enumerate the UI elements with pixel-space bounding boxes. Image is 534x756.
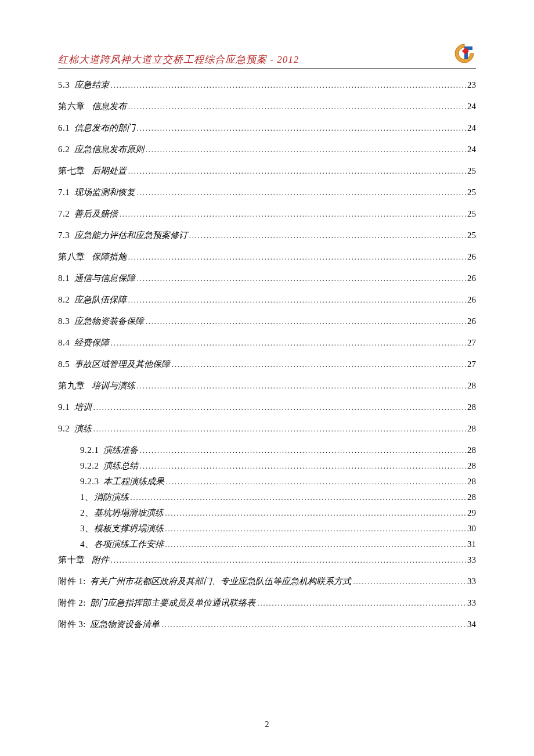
toc-title: 经费保障 <box>74 338 109 347</box>
toc-number: 3、 <box>80 524 94 533</box>
toc-entry: 第八章 保障措施26 <box>58 251 476 262</box>
toc-title: 后期处置 <box>92 166 127 175</box>
toc-title: 应急能力评估和应急预案修订 <box>74 231 187 240</box>
toc-leader <box>351 577 467 586</box>
toc-page: 24 <box>467 123 476 133</box>
toc-number: 第六章 <box>58 102 85 111</box>
toc-label: 4、各项演练工作安排 <box>80 539 164 550</box>
toc-label: 8.3 应急物资装备保障 <box>58 316 144 327</box>
toc-page: 28 <box>467 445 476 455</box>
toc-number: 6.2 <box>58 145 70 154</box>
toc-label: 8.2 应急队伍保障 <box>58 294 127 305</box>
toc-leader <box>164 524 468 534</box>
toc-page: 28 <box>467 477 476 487</box>
toc-number: 9.1 <box>58 402 70 412</box>
toc-entry: 5.3 应急结束23 <box>58 80 476 91</box>
toc-number: 8.4 <box>58 338 70 347</box>
toc-leader <box>255 598 467 608</box>
toc-leader <box>144 145 467 154</box>
toc-page: 30 <box>467 524 476 534</box>
table-of-contents: 5.3 应急结束23第六章 信息发布246.1 信息发布的部门246.2 应急信… <box>58 80 476 630</box>
toc-title: 本工程演练成果 <box>103 477 164 486</box>
company-logo-icon <box>453 42 476 65</box>
toc-leader <box>129 492 468 502</box>
toc-number: 7.1 <box>58 188 70 197</box>
toc-entry: 8.2 应急队伍保障26 <box>58 294 476 305</box>
toc-leader <box>135 188 467 197</box>
toc-number: 附件 2: <box>58 598 86 607</box>
toc-leader <box>109 338 467 348</box>
toc-leader <box>160 620 467 629</box>
toc-entry: 9.1 培训28 <box>58 402 476 413</box>
toc-page: 25 <box>467 209 476 219</box>
toc-label: 附件 1: 有关广州市花都区政府及其部门、专业应急队伍等应急机构联系方式 <box>58 576 351 587</box>
toc-label: 9.2.3 本工程演练成果 <box>80 476 164 487</box>
toc-label: 9.2.2 演练总结 <box>80 460 138 471</box>
toc-page: 28 <box>467 381 476 391</box>
toc-number: 8.3 <box>58 316 70 326</box>
toc-title: 现场监测和恢复 <box>74 188 135 197</box>
toc-leader <box>127 295 467 305</box>
toc-leader <box>170 359 467 369</box>
toc-label: 8.1 通信与信息保障 <box>58 273 135 284</box>
toc-title: 演练 <box>74 424 92 433</box>
toc-page: 25 <box>467 166 476 176</box>
toc-entry: 7.1 现场监测和恢复25 <box>58 187 476 198</box>
toc-leader <box>109 555 467 565</box>
toc-leader <box>127 166 467 176</box>
toc-title: 基坑坍塌滑坡演练 <box>94 508 164 517</box>
toc-page: 33 <box>467 577 476 586</box>
toc-label: 7.2 善后及赔偿 <box>58 208 118 219</box>
toc-label: 第六章 信息发布 <box>58 101 127 112</box>
toc-page: 27 <box>467 359 476 369</box>
toc-page: 26 <box>467 316 476 326</box>
toc-entry: 6.1 信息发布的部门24 <box>58 123 476 134</box>
toc-page: 27 <box>467 338 476 348</box>
toc-number: 7.2 <box>58 209 70 218</box>
toc-label: 第八章 保障措施 <box>58 251 127 262</box>
toc-entry: 9.2.3 本工程演练成果28 <box>80 476 476 487</box>
toc-title: 保障措施 <box>92 252 127 261</box>
toc-page: 26 <box>467 252 476 262</box>
toc-page: 28 <box>467 402 476 412</box>
toc-number: 9.2 <box>58 424 70 433</box>
toc-entry: 7.3 应急能力评估和应急预案修订25 <box>58 230 476 241</box>
toc-label: 2、基坑坍塌滑坡演练 <box>80 507 164 519</box>
toc-title: 附件 <box>92 555 109 564</box>
toc-number: 2、 <box>80 508 94 517</box>
toc-number: 6.1 <box>58 123 70 132</box>
toc-leader <box>135 273 467 283</box>
toc-leader <box>135 381 467 391</box>
toc-title: 模板支撑坍塌演练 <box>94 524 164 533</box>
toc-title: 信息发布 <box>92 102 127 111</box>
toc-title: 培训 <box>74 402 92 412</box>
toc-title: 消防演练 <box>94 492 129 502</box>
toc-label: 附件 2: 部门应急指挥部主要成员及单位通讯联络表 <box>58 597 255 609</box>
toc-page: 25 <box>467 231 476 240</box>
toc-leader <box>187 231 467 240</box>
toc-leader <box>127 102 467 111</box>
toc-label: 9.2 演练 <box>58 423 92 434</box>
toc-label: 8.5 事故区域管理及其他保障 <box>58 359 170 370</box>
document-title: 红棉大道跨风神大道立交桥工程综合应急预案 - 2012 <box>58 53 299 66</box>
toc-label: 9.2.1 演练准备 <box>80 445 138 456</box>
toc-page: 29 <box>467 508 476 518</box>
toc-page: 23 <box>467 80 476 90</box>
toc-page: 24 <box>467 102 476 111</box>
toc-entry: 第六章 信息发布24 <box>58 101 476 112</box>
toc-page: 24 <box>467 145 476 154</box>
toc-number: 8.5 <box>58 359 70 369</box>
toc-title: 通信与信息保障 <box>74 273 135 283</box>
toc-entry: 第十章 附件33 <box>58 555 476 566</box>
toc-leader <box>164 539 468 549</box>
toc-leader <box>144 316 467 326</box>
toc-label: 6.2 应急信息发布原则 <box>58 144 144 155</box>
toc-page: 28 <box>467 492 476 502</box>
toc-label: 7.3 应急能力评估和应急预案修订 <box>58 230 187 241</box>
toc-entry: 9.2.1 演练准备28 <box>80 445 476 456</box>
toc-entry: 8.5 事故区域管理及其他保障27 <box>58 359 476 370</box>
toc-page: 33 <box>467 598 476 608</box>
toc-entry: 8.1 通信与信息保障26 <box>58 273 476 284</box>
toc-page: 26 <box>467 295 476 305</box>
toc-number: 1、 <box>80 492 94 502</box>
